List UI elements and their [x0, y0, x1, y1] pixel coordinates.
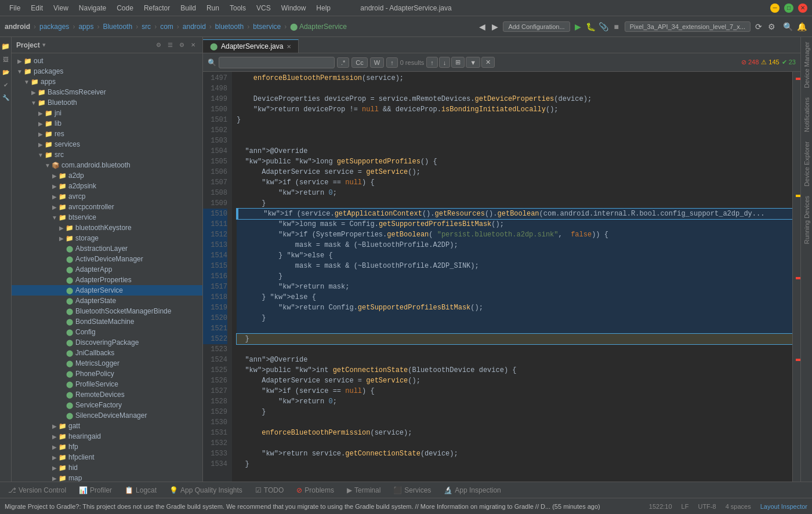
panel-settings-icon[interactable]: ⚙: [177, 41, 186, 50]
menu-edit[interactable]: Edit: [26, 3, 48, 13]
menu-tools[interactable]: Tools: [225, 3, 251, 13]
tree-item-jni[interactable]: ▶ 📁 jni: [12, 108, 202, 118]
sync-button[interactable]: ⟳: [753, 21, 764, 32]
breadcrumb-btservice[interactable]: btservice: [251, 21, 283, 32]
menu-vcs[interactable]: VCS: [252, 3, 276, 13]
menu-code[interactable]: Code: [112, 3, 138, 13]
tree-item-com-android-bluetooth[interactable]: ▼ 📦 com.android.bluetooth: [12, 160, 202, 170]
menu-file[interactable]: File: [5, 3, 25, 13]
tree-item-map[interactable]: ▶ 📁 map: [12, 473, 202, 482]
tree-item-bondstatemachine[interactable]: ⬤ BondStateMachine: [12, 316, 202, 327]
tree-item-a2dp[interactable]: ▶ 📁 a2dp: [12, 170, 202, 181]
panel-close-icon[interactable]: ✕: [188, 41, 198, 50]
tree-item-config[interactable]: ⬤ Config: [12, 327, 202, 337]
bottom-tab-terminal[interactable]: ▶ Terminal: [341, 484, 386, 497]
tree-item-basicsmsreceiver[interactable]: ▶ 📁 BasicSmsReceiver: [12, 87, 202, 97]
vert-tab-device-explorer[interactable]: Device Explorer: [801, 137, 813, 191]
tree-item-hfp[interactable]: ▶ 📁 hfp: [12, 442, 202, 452]
menu-refactor[interactable]: Refactor: [139, 3, 175, 13]
tree-item-apps[interactable]: ▼ 📁 apps: [12, 76, 202, 87]
editor-tab-adapterservice[interactable]: ⬤ AdapterService.java ✕: [203, 39, 299, 53]
menu-build[interactable]: Build: [176, 3, 201, 13]
menu-help[interactable]: Help: [311, 3, 335, 13]
tree-item-hearingaid[interactable]: ▶ 📁 hearingaid: [12, 431, 202, 442]
code-editor[interactable]: 1497149814991500150115021503150415051506…: [203, 72, 800, 482]
tree-item-remotedevices[interactable]: ⬤ RemoteDevices: [12, 389, 202, 400]
vert-tab-device-manager[interactable]: Device Manager: [801, 37, 813, 93]
breadcrumb-apps[interactable]: apps: [76, 21, 96, 32]
tree-item-adapterstate[interactable]: ⬤ AdapterState: [12, 296, 202, 306]
tree-item-adapterservice[interactable]: ⬤ AdapterService: [12, 285, 202, 296]
bottom-tab-version-control[interactable]: ⎇ Version Control: [2, 484, 72, 497]
tree-item-abstractionlayer[interactable]: ⬤ AbstractionLayer: [12, 243, 202, 254]
vert-tab-running-devices[interactable]: Running Devices: [801, 191, 813, 249]
search-input[interactable]: [219, 57, 335, 68]
search-regex-btn[interactable]: .*: [337, 57, 349, 68]
tree-item-avrcpcontroller[interactable]: ▶ 📁 avrcpcontroller: [12, 202, 202, 212]
tree-item-avrcp[interactable]: ▶ 📁 avrcp: [12, 191, 202, 202]
attach-debugger-button[interactable]: 📎: [598, 21, 610, 32]
panel-gear-icon[interactable]: ⚙: [154, 41, 163, 50]
bottom-tab-app-inspection[interactable]: 🔬 App Inspection: [438, 484, 506, 497]
tree-item-src[interactable]: ▼ 📁 src: [12, 150, 202, 160]
run-config-button[interactable]: Add Configuration...: [503, 21, 570, 32]
search-close-btn[interactable]: ✕: [481, 57, 495, 68]
nav-back-button[interactable]: ◀: [476, 21, 488, 32]
search-nav-prev[interactable]: ↑: [426, 57, 438, 68]
scrollbar-gutter[interactable]: [792, 72, 800, 482]
breadcrumb-android[interactable]: android: [180, 21, 208, 32]
breadcrumb-bluetooth[interactable]: Bluetooth: [100, 21, 135, 32]
tree-item-discoveringpackage[interactable]: ⬤ DiscoveringPackage: [12, 337, 202, 348]
breadcrumb-com[interactable]: com: [158, 21, 176, 32]
tab-close-adapterservice[interactable]: ✕: [287, 43, 291, 50]
tree-item-lib[interactable]: ▶ 📁 lib: [12, 118, 202, 129]
settings-button[interactable]: ⚙: [766, 21, 777, 32]
commit-icon[interactable]: ✔: [1, 80, 10, 89]
tree-item-bluetooth[interactable]: ▼ 📁 Bluetooth: [12, 97, 202, 108]
tree-item-hfpclient[interactable]: ▶ 📁 hfpclient: [12, 452, 202, 462]
notifications-button[interactable]: 🔔: [796, 21, 807, 32]
search-prev-btn[interactable]: ↑: [386, 57, 398, 68]
minimize-button[interactable]: ─: [770, 3, 780, 13]
project-icon[interactable]: 📁: [1, 42, 10, 51]
debug-button[interactable]: 🐛: [585, 21, 597, 32]
tree-item-out[interactable]: ▶ 📁 out: [12, 56, 202, 66]
stop-button[interactable]: ■: [611, 21, 622, 32]
vert-tab-notifications[interactable]: Notifications: [801, 93, 813, 137]
menu-window[interactable]: Window: [277, 3, 311, 13]
tree-item-metricslogger[interactable]: ⬤ MetricsLogger: [12, 358, 202, 369]
tree-item-storage[interactable]: ▶ 📁 storage: [12, 233, 202, 243]
code-content[interactable]: enforceBluetoothPermission(service); Dev…: [232, 72, 792, 482]
device-selector-button[interactable]: Pixel_3a_API_34_extension_level_7_x...: [625, 21, 751, 32]
panel-collapse-icon[interactable]: ☰: [165, 41, 175, 50]
search-nav-next[interactable]: ↓: [439, 57, 451, 68]
search-word-btn[interactable]: W: [370, 57, 384, 68]
bottom-tab-services[interactable]: ⬛ Services: [387, 484, 437, 497]
tree-item-adapterapp[interactable]: ⬤ AdapterApp: [12, 264, 202, 275]
tree-item-bluetoothsocket[interactable]: ⬤ BluetoothSocketManagerBinde: [12, 306, 202, 316]
tree-item-phonepolicy[interactable]: ⬤ PhonePolicy: [12, 369, 202, 379]
tree-item-profileservice[interactable]: ⬤ ProfileService: [12, 379, 202, 389]
maximize-button[interactable]: □: [784, 3, 793, 13]
bottom-tab-problems[interactable]: ⊘ Problems: [291, 484, 340, 497]
bottom-tab-profiler[interactable]: 📊 Profiler: [73, 484, 118, 497]
bottom-tab-app-quality-insights[interactable]: 💡 App Quality Insights: [164, 484, 248, 497]
global-search-button[interactable]: 🔍: [782, 21, 793, 32]
tree-item-res[interactable]: ▶ 📁 res: [12, 129, 202, 139]
breadcrumb-src[interactable]: src: [139, 21, 153, 32]
search-case-btn[interactable]: Cc: [351, 57, 367, 68]
bottom-tab-logcat[interactable]: 📋 Logcat: [119, 484, 162, 497]
run-button[interactable]: ▶: [572, 21, 584, 32]
tree-item-btservice[interactable]: ▼ 📁 btservice: [12, 212, 202, 223]
tree-item-bluetoothkeystore[interactable]: ▶ 📁 bluetoothKeystore: [12, 223, 202, 233]
menu-view[interactable]: View: [49, 3, 73, 13]
project-panel-icon[interactable]: 📂: [1, 67, 10, 76]
resource-manager-icon[interactable]: 🖼: [1, 54, 10, 64]
layout-inspector-label[interactable]: Layout Inspector: [760, 503, 807, 510]
nav-forward-button[interactable]: ▶: [489, 21, 501, 32]
tree-item-a2dpsink[interactable]: ▶ 📁 a2dpsink: [12, 181, 202, 191]
search-filter-btn[interactable]: ▼: [466, 57, 480, 68]
tree-item-adapterproperties[interactable]: ⬤ AdapterProperties: [12, 275, 202, 285]
tree-item-packages[interactable]: ▼ 📁 packages: [12, 66, 202, 76]
bottom-tab-todo[interactable]: ☑ TODO: [249, 484, 289, 497]
